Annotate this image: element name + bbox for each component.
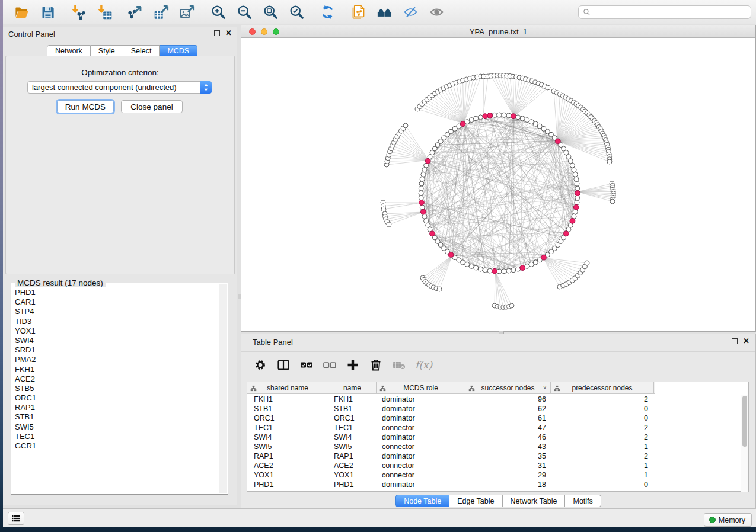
table-cell[interactable]: 2 — [551, 432, 654, 442]
table-row[interactable]: SWI5SWI5connector431 — [247, 442, 748, 451]
tab-mcds[interactable]: MCDS — [160, 45, 197, 56]
table-cell[interactable]: connector — [377, 423, 465, 432]
table-cell[interactable]: TEC1 — [247, 423, 328, 432]
table-cell[interactable]: 31 — [465, 461, 551, 470]
table-row[interactable]: STB1STB1dominator620 — [247, 404, 748, 414]
tab-style[interactable]: Style — [91, 45, 123, 56]
table-cell[interactable]: TEC1 — [328, 423, 377, 432]
hide-graphics-icon[interactable] — [403, 4, 419, 20]
result-node[interactable]: CAR1 — [12, 297, 218, 307]
delete-table-icon[interactable] — [392, 358, 406, 372]
column-header-predecessor-nodes[interactable]: predecessor nodes — [551, 382, 654, 393]
network-overview-icon[interactable] — [377, 4, 393, 20]
table-cell[interactable]: dominator — [377, 414, 465, 423]
table-cell[interactable]: STB1 — [328, 404, 377, 414]
table-cell[interactable]: 47 — [465, 423, 551, 432]
run-mcds-button[interactable]: Run MCDS — [57, 100, 114, 113]
result-node[interactable]: STP4 — [12, 307, 218, 316]
table-cell[interactable]: FKH1 — [328, 395, 377, 404]
column-header-name[interactable]: name — [328, 382, 377, 393]
table-cell[interactable]: SWI4 — [247, 432, 328, 442]
table-cell[interactable]: 62 — [465, 404, 551, 414]
result-node[interactable]: SRD1 — [12, 345, 218, 355]
unselect-all-icon[interactable] — [323, 358, 337, 372]
table-scrollbar-thumb[interactable] — [742, 396, 747, 447]
table-cell[interactable]: dominator — [377, 451, 465, 461]
table-cell[interactable]: ACE2 — [247, 461, 328, 470]
table-cell[interactable]: 46 — [465, 432, 551, 442]
memory-button[interactable]: Memory — [704, 513, 752, 527]
table-row[interactable]: RAP1RAP1dominator352 — [247, 451, 748, 461]
table-cell[interactable]: SWI4 — [328, 432, 377, 442]
table-cell[interactable]: YOX1 — [247, 470, 328, 480]
table-cell[interactable]: PHD1 — [328, 480, 377, 489]
column-header-MCDS-role[interactable]: MCDS role — [377, 382, 465, 393]
result-node[interactable]: FKH1 — [12, 365, 218, 374]
zoom-selected-icon[interactable] — [289, 4, 305, 20]
table-row[interactable]: YOX1YOX1connector291 — [247, 470, 748, 480]
trash-icon[interactable] — [369, 358, 383, 372]
result-node[interactable]: TEC1 — [12, 432, 218, 441]
column-header-shared-name[interactable]: shared name — [247, 382, 328, 393]
table-cell[interactable]: PHD1 — [247, 480, 328, 489]
table-cell[interactable]: 1 — [551, 442, 654, 451]
table-row[interactable]: ORC1ORC1dominator610 — [247, 414, 748, 423]
table-cell[interactable]: 2 — [551, 423, 654, 432]
table-cell[interactable]: 29 — [465, 470, 551, 480]
tab-select[interactable]: Select — [123, 45, 160, 56]
export-image-icon[interactable] — [180, 4, 196, 20]
save-session-icon[interactable] — [40, 4, 56, 20]
table-row[interactable]: SWI4SWI4dominator462 — [247, 432, 748, 442]
table-cell[interactable]: 35 — [465, 451, 551, 461]
table-row[interactable]: FKH1FKH1dominator962 — [247, 395, 748, 404]
table-scrollbar[interactable] — [741, 395, 748, 492]
result-scrollbar[interactable] — [219, 284, 227, 493]
tab-node-table[interactable]: Node Table — [395, 495, 449, 507]
table-cell[interactable]: 0 — [551, 404, 654, 414]
table-cell[interactable]: RAP1 — [247, 451, 328, 461]
result-node[interactable]: RAP1 — [12, 403, 218, 412]
table-cell[interactable]: connector — [377, 461, 465, 470]
result-node[interactable]: GCR1 — [12, 441, 218, 451]
close-panel-button[interactable]: Close panel — [121, 100, 183, 113]
tab-motifs[interactable]: Motifs — [565, 495, 601, 507]
horizontal-splitter-handle[interactable] — [499, 331, 504, 334]
task-history-button[interactable] — [8, 512, 24, 525]
table-cell[interactable]: 0 — [551, 414, 654, 423]
table-cell[interactable]: ACE2 — [328, 461, 377, 470]
zoom-in-icon[interactable] — [210, 4, 227, 20]
criterion-dropdown[interactable]: largest connected component (undirected) — [27, 81, 212, 94]
table-row[interactable]: ACE2ACE2connector311 — [247, 461, 748, 470]
share-document-icon[interactable] — [350, 4, 366, 20]
float-table-panel-icon[interactable] — [732, 338, 738, 344]
refresh-icon[interactable] — [320, 4, 336, 20]
close-panel-icon[interactable]: ✕ — [225, 30, 232, 36]
table-cell[interactable]: 96 — [465, 395, 551, 404]
table-cell[interactable]: STB1 — [247, 404, 328, 414]
result-node[interactable]: ACE2 — [12, 374, 218, 384]
table-cell[interactable]: dominator — [377, 395, 465, 404]
table-cell[interactable]: YOX1 — [328, 470, 377, 480]
table-cell[interactable]: 43 — [465, 442, 551, 451]
result-node[interactable]: PMA2 — [12, 355, 218, 364]
sort-descending-icon[interactable]: ∨ — [543, 384, 547, 390]
tab-network[interactable]: Network — [47, 45, 91, 56]
result-node[interactable]: ORC1 — [12, 393, 218, 403]
table-cell[interactable]: dominator — [377, 432, 465, 442]
table-row[interactable]: TEC1TEC1connector472 — [247, 423, 748, 432]
tab-edge-table[interactable]: Edge Table — [449, 495, 502, 507]
table-cell[interactable]: FKH1 — [247, 395, 328, 404]
open-session-icon[interactable] — [14, 4, 30, 20]
table-cell[interactable]: 1 — [551, 461, 654, 470]
table-cell[interactable]: ORC1 — [328, 414, 377, 423]
table-cell[interactable]: connector — [377, 470, 465, 480]
import-table-icon[interactable] — [97, 4, 113, 20]
zoom-out-icon[interactable] — [237, 4, 253, 20]
table-cell[interactable]: 61 — [465, 414, 551, 423]
table-row[interactable]: PHD1PHD1dominator180 — [247, 480, 748, 489]
result-node[interactable]: SWI5 — [12, 422, 218, 432]
table-cell[interactable]: SWI5 — [247, 442, 328, 451]
result-node[interactable]: TID3 — [12, 317, 218, 326]
columns-icon[interactable] — [276, 358, 291, 372]
table-cell[interactable]: SWI5 — [328, 442, 377, 451]
